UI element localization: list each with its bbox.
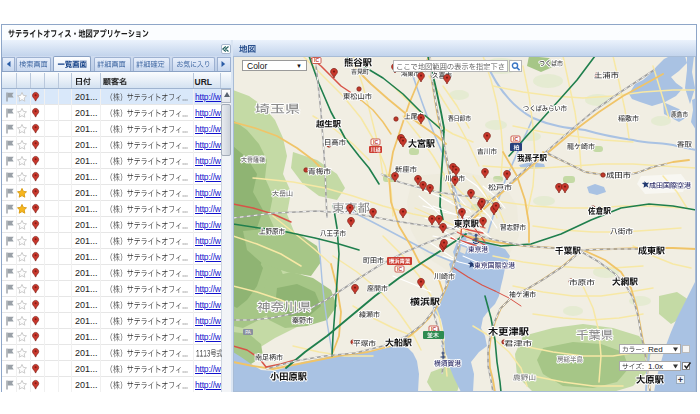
svg-text:URL: URL bbox=[195, 77, 212, 87]
